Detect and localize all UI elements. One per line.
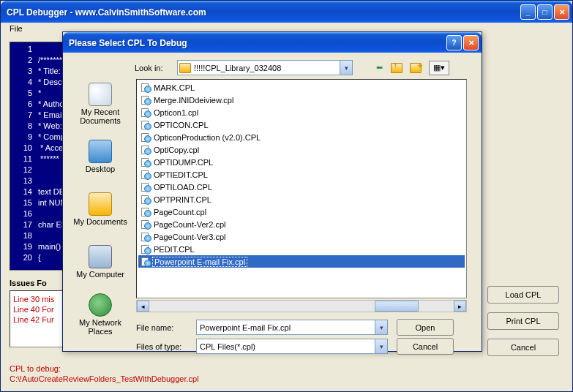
file-open-dialog: Please Select CPL To Debug ? ✕ Look in: … — [62, 31, 482, 352]
filename-value: Powerpoint E-mail Fix.cpl — [200, 323, 291, 332]
help-button[interactable]: ? — [446, 35, 462, 50]
file-item[interactable]: PageCount-Ver2.cpl — [138, 218, 465, 230]
dialog-title: Please Select CPL To Debug — [69, 38, 446, 48]
file-name: OPTIEDIT.CPL — [152, 170, 209, 179]
cpl-file-icon — [140, 206, 151, 217]
scroll-right-icon[interactable]: ▸ — [454, 301, 466, 312]
lookin-value: !!!!!CPL_Library_032408 — [194, 64, 281, 72]
file-item[interactable]: OPTILOAD.CPL — [138, 181, 465, 193]
lookin-combo[interactable]: !!!!!CPL_Library_032408 — [177, 60, 353, 75]
filetype-label: Files of type: — [136, 342, 187, 351]
cpl-file-icon — [140, 157, 151, 167]
cpl-file-icon — [140, 119, 151, 130]
status-path: C:\!AutoCreateReviewFolders_TestWithDebu… — [10, 374, 199, 384]
desktop-icon — [89, 140, 112, 163]
place-label: My Recent Documents — [70, 108, 130, 125]
file-name: Powerpoint E-mail Fix.cpl — [152, 257, 247, 267]
scroll-thumb[interactable] — [375, 301, 419, 312]
chevron-down-icon[interactable] — [340, 61, 352, 75]
cpl-file-icon — [140, 169, 151, 180]
file-item[interactable]: OpticonProduction (v2.0).CPL — [138, 131, 465, 143]
file-item[interactable]: OptiCopy.cpl — [138, 143, 465, 156]
place-label: My Computer — [76, 270, 124, 279]
file-name: OpticonProduction (v2.0).CPL — [152, 133, 262, 142]
lookin-label: Look in: — [135, 64, 171, 72]
place-recent[interactable]: My Recent Documents — [70, 79, 130, 129]
places-bar: My Recent Documents Desktop My Documents… — [69, 79, 132, 339]
cpl-file-icon — [140, 231, 151, 242]
file-item[interactable]: OPTIDUMP.CPL — [138, 156, 465, 168]
file-menu[interactable]: File — [5, 23, 27, 34]
cancel-button-dialog[interactable]: Cancel — [397, 338, 454, 355]
file-list[interactable]: MARK.CPLMerge.INIDdeiview.cplOpticon1.cp… — [136, 79, 467, 298]
file-item[interactable]: OPTIEDIT.CPL — [138, 168, 465, 181]
network-icon — [89, 293, 112, 317]
folder-icon — [179, 63, 191, 73]
main-titlebar[interactable]: CPL Debugger - www.CalvinSmithSoftware.c… — [1, 1, 572, 23]
file-item[interactable]: PageCount-Ver3.cpl — [138, 230, 465, 243]
maximize-button[interactable]: □ — [537, 4, 553, 20]
place-label: My Network Places — [70, 318, 130, 336]
file-item[interactable]: Powerpoint E-mail Fix.cpl — [138, 255, 465, 268]
place-desktop[interactable]: Desktop — [70, 132, 130, 181]
computer-icon — [89, 245, 112, 268]
filename-field[interactable]: Powerpoint E-mail Fix.cpl — [196, 320, 388, 335]
file-name: PEDIT.CPL — [152, 245, 196, 254]
main-title: CPL Debugger - www.CalvinSmithSoftware.c… — [7, 7, 520, 18]
cpl-file-icon — [140, 256, 151, 267]
horizontal-scrollbar[interactable]: ◂ ▸ — [136, 300, 467, 312]
file-item[interactable]: PageCount.cpl — [138, 206, 465, 218]
load-cpl-button[interactable]: Load CPL — [487, 286, 559, 304]
cpl-file-icon — [140, 219, 151, 230]
cpl-file-icon — [140, 181, 151, 192]
file-item[interactable]: PEDIT.CPL — [138, 243, 465, 255]
issues-label: Issues Fo — [10, 279, 47, 287]
new-folder-icon[interactable]: ✦ — [410, 61, 424, 75]
print-cpl-button[interactable]: Print CPL — [487, 312, 559, 330]
file-name: OPTILOAD.CPL — [152, 183, 214, 192]
status-label: CPL to debug: — [10, 363, 199, 374]
file-name: OPTPRINT.CPL — [152, 195, 213, 204]
cpl-file-icon — [140, 132, 151, 143]
place-network[interactable]: My Network Places — [70, 290, 130, 339]
file-name: OPTIDUMP.CPL — [152, 158, 214, 167]
filetype-combo[interactable]: CPL Files(*.cpl) — [196, 339, 388, 354]
cpl-file-icon — [140, 107, 151, 118]
up-folder-icon[interactable]: ↑ — [391, 61, 405, 75]
views-icon[interactable]: ▦▾ — [429, 61, 449, 75]
file-name: PageCount.cpl — [152, 208, 208, 216]
open-button[interactable]: Open — [397, 319, 454, 336]
dialog-titlebar[interactable]: Please Select CPL To Debug ? ✕ — [63, 32, 482, 53]
cpl-file-icon — [140, 194, 151, 205]
file-name: MARK.CPL — [152, 83, 196, 92]
cpl-file-icon — [140, 144, 151, 155]
place-label: Desktop — [86, 165, 115, 173]
cpl-file-icon — [140, 94, 151, 105]
file-item[interactable]: MARK.CPL — [138, 81, 465, 94]
chevron-down-icon[interactable] — [375, 339, 387, 353]
place-documents[interactable]: My Documents — [70, 184, 130, 234]
file-name: OptiCopy.cpl — [152, 146, 201, 154]
documents-icon — [89, 192, 112, 216]
file-item[interactable]: Opticon1.cpl — [138, 106, 465, 118]
dialog-close-button[interactable]: ✕ — [463, 35, 479, 50]
place-label: My Documents — [73, 217, 127, 226]
close-button[interactable]: ✕ — [554, 4, 569, 20]
back-icon[interactable]: ⬅ — [372, 61, 386, 75]
file-item[interactable]: OPTPRINT.CPL — [138, 193, 465, 206]
cancel-button-main[interactable]: Cancel — [487, 339, 559, 356]
scroll-left-icon[interactable]: ◂ — [137, 301, 149, 312]
file-name: Opticon1.cpl — [152, 108, 200, 117]
filetype-value: CPL Files(*.cpl) — [200, 342, 255, 351]
chevron-down-icon[interactable] — [375, 320, 387, 334]
file-name: PageCount-Ver3.cpl — [152, 233, 227, 241]
file-item[interactable]: Merge.INIDdeiview.cpl — [138, 94, 465, 106]
place-computer[interactable]: My Computer — [70, 237, 130, 287]
cpl-file-icon — [140, 244, 151, 255]
file-name: Merge.INIDdeiview.cpl — [152, 96, 235, 105]
cpl-file-icon — [140, 82, 151, 93]
file-item[interactable]: OPTICON.CPL — [138, 118, 465, 131]
file-name: OPTICON.CPL — [152, 121, 210, 129]
minimize-button[interactable]: _ — [520, 4, 536, 20]
status-area: CPL to debug: C:\!AutoCreateReviewFolder… — [10, 363, 199, 384]
